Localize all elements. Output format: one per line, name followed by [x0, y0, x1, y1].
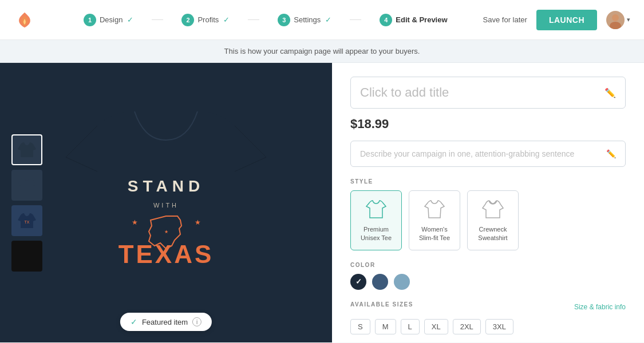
color-label: COLOR	[350, 262, 626, 268]
thumbnail-list: TX	[11, 134, 42, 272]
save-for-later-button[interactable]: Save for later	[483, 15, 527, 24]
style-womens-slim-fit[interactable]: Women'sSlim-fit Tee	[409, 190, 460, 250]
size-2xl[interactable]: 2XL	[453, 319, 481, 334]
user-avatar	[606, 11, 625, 29]
description-edit-box[interactable]: Describe your campaign in one, attention…	[350, 141, 626, 167]
thumbnail-4[interactable]	[11, 241, 42, 272]
size-options: S M L XL 2XL 3XL	[350, 319, 626, 334]
step-2-number: 2	[181, 14, 194, 26]
svg-rect-3	[17, 248, 37, 265]
logo-area	[14, 9, 48, 31]
thumbnail-1[interactable]	[11, 134, 42, 165]
svg-text:WITH: WITH	[153, 202, 179, 209]
svg-text:★: ★	[164, 229, 168, 234]
step-settings[interactable]: 3 Settings ✓	[278, 14, 331, 26]
womens-slim-fit-icon	[423, 198, 446, 221]
color-options	[350, 274, 626, 290]
sizes-header: AVAILABLE SIZES Size & fabric info	[350, 301, 626, 313]
svg-text:STAND: STAND	[128, 177, 204, 195]
style-crewneck-sweatshirt[interactable]: CrewneckSweatshirt	[467, 190, 519, 250]
step-design[interactable]: 1 Design ✓	[84, 14, 133, 26]
description-edit-icon: ✏️	[606, 149, 616, 158]
steps-nav: 1 Design ✓ 2 Profits ✓ 3 Settings ✓ 4 Ed…	[48, 14, 483, 26]
svg-text:TX: TX	[25, 220, 30, 224]
step-edit-preview[interactable]: 4 Edit & Preview	[380, 14, 447, 26]
size-3xl[interactable]: 3XL	[485, 319, 513, 334]
step-3-label: Settings	[294, 15, 321, 24]
style-label: STYLE	[350, 178, 626, 185]
right-panel: Click to add title ✏️ $18.99 Describe yo…	[332, 63, 644, 342]
featured-check-icon: ✓	[131, 317, 137, 326]
step-4-label: Edit & Preview	[396, 15, 447, 24]
color-swatch-medium-blue[interactable]	[372, 274, 388, 290]
step-2-check-icon: ✓	[223, 15, 230, 24]
sizes-label: AVAILABLE SIZES	[350, 301, 413, 308]
bonfire-logo-icon	[14, 9, 35, 31]
size-l[interactable]: L	[401, 319, 420, 334]
launch-button[interactable]: LAUNCH	[536, 10, 597, 30]
svg-text:TEXAS: TEXAS	[118, 240, 214, 268]
featured-info-icon[interactable]: i	[192, 317, 202, 326]
color-swatch-dark-navy[interactable]	[350, 274, 366, 290]
svg-text:★: ★	[132, 218, 138, 226]
style-2-name: Women'sSlim-fit Tee	[419, 225, 450, 243]
banner-text: This is how your campaign page will appe…	[224, 47, 420, 55]
header: 1 Design ✓ 2 Profits ✓ 3 Settings ✓ 4 Ed…	[0, 0, 644, 40]
user-menu[interactable]: ▾	[606, 11, 630, 29]
product-price: $18.99	[350, 117, 626, 131]
svg-point-0	[612, 14, 619, 21]
preview-banner: This is how your campaign page will appe…	[0, 40, 644, 63]
step-profits[interactable]: 2 Profits ✓	[181, 14, 230, 26]
featured-label: Featured item	[142, 318, 188, 326]
step-1-check-icon: ✓	[127, 15, 133, 24]
description-placeholder: Describe your campaign in one, attention…	[360, 149, 574, 158]
title-edit-box[interactable]: Click to add title ✏️	[350, 77, 626, 109]
step-3-check-icon: ✓	[325, 15, 331, 24]
product-image-section: TX STAND WI	[0, 63, 332, 342]
step-1-label: Design	[100, 15, 123, 24]
svg-text:★: ★	[195, 218, 201, 226]
header-right: Save for later LAUNCH ▾	[483, 10, 630, 30]
size-xl[interactable]: XL	[424, 319, 448, 334]
title-edit-icon: ✏️	[605, 87, 616, 98]
chevron-down-icon: ▾	[627, 16, 630, 23]
thumbnail-3[interactable]: TX	[11, 205, 42, 236]
size-fabric-link[interactable]: Size & fabric info	[574, 303, 626, 311]
style-premium-unisex-tee[interactable]: PremiumUnisex Tee	[350, 190, 402, 250]
style-1-name: PremiumUnisex Tee	[361, 225, 392, 243]
step-2-label: Profits	[197, 15, 219, 24]
style-options: PremiumUnisex Tee Women'sSlim-fit Tee Cr…	[350, 190, 626, 250]
step-4-number: 4	[380, 14, 392, 26]
thumbnail-2[interactable]	[11, 170, 42, 201]
step-1-number: 1	[84, 14, 96, 26]
size-m[interactable]: M	[375, 319, 396, 334]
step-3-number: 3	[278, 14, 290, 26]
main-content: TX STAND WI	[0, 63, 644, 342]
title-placeholder: Click to add title	[360, 85, 449, 100]
featured-badge: ✓ Featured item i	[120, 313, 212, 331]
main-product-image: STAND WITH ★ TEXAS ★ ★	[46, 94, 286, 312]
style-3-name: CrewneckSweatshirt	[478, 225, 507, 243]
size-s[interactable]: S	[350, 319, 370, 334]
svg-point-1	[610, 22, 621, 29]
tshirt-svg: STAND WITH ★ TEXAS ★ ★	[46, 94, 286, 312]
color-swatch-light-blue[interactable]	[394, 274, 410, 290]
premium-unisex-tee-icon	[365, 198, 388, 221]
crewneck-sweatshirt-icon	[481, 198, 504, 221]
